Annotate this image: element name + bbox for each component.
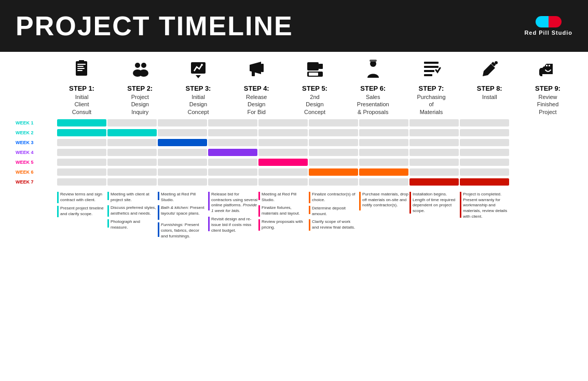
- svg-rect-2: [77, 66, 84, 67]
- note-7-1-text: Purchase materials, drop off materials o…: [362, 192, 408, 208]
- svg-rect-25: [424, 70, 434, 72]
- week-5-row: WEEK 5: [57, 158, 572, 166]
- note-col-8: Installation begins. Length of time requ…: [409, 192, 459, 242]
- note-col-1: Review terms and sign contract with clie…: [57, 192, 106, 242]
- week-5-label: WEEK 5: [16, 160, 54, 165]
- note-5-3: Review proposals with pricing.: [258, 219, 308, 231]
- step-3: STEP 3: InitialDesignConcept: [174, 60, 223, 116]
- note-3-1-bar: [158, 192, 159, 200]
- week-4-bar-1: [57, 149, 106, 156]
- step-4-icon: [247, 60, 266, 82]
- step-9-number: STEP 9:: [535, 84, 560, 92]
- note-col-9: Project is completed. Present warranty f…: [460, 192, 509, 242]
- step-1-icon: [72, 60, 92, 82]
- step-4-number: STEP 4:: [244, 84, 269, 92]
- note-9-1-bar: [460, 192, 461, 218]
- svg-rect-26: [424, 74, 432, 76]
- step-8: STEP 8: Install: [465, 60, 514, 101]
- svg-rect-18: [319, 64, 323, 69]
- note-col-2: Meeting with client at project site. Dis…: [107, 192, 157, 242]
- week-6-bar-5: [258, 168, 308, 176]
- note-2-1: Meeting with client at project site.: [107, 192, 157, 203]
- step-2-number: STEP 2:: [127, 84, 153, 92]
- note-2-3: Photograph and measure.: [107, 219, 157, 231]
- note-7-1-bar: [359, 192, 361, 210]
- week-7-bars: [57, 178, 572, 186]
- step-5: STEP 5: 2ndDesignConcept: [290, 60, 339, 116]
- svg-rect-19: [309, 73, 318, 76]
- step-4: STEP 4: ReleaseDesignFor Bid: [232, 60, 281, 116]
- week-7-bar-1: [57, 178, 106, 186]
- note-5-3-bar: [258, 219, 260, 231]
- week-1-bar-6: [309, 119, 358, 126]
- svg-rect-31: [549, 65, 550, 66]
- step-1-label: InitialClientConsult: [72, 93, 91, 116]
- note-2-1-bar: [107, 192, 109, 200]
- step-9: STEP 9: ReviewFinishedProject: [523, 60, 572, 116]
- step-4-label: ReleaseDesignFor Bid: [246, 93, 267, 116]
- step-5-icon: [305, 60, 325, 82]
- week-2-bars: [57, 129, 572, 136]
- step-9-label: ReviewFinishedProject: [537, 93, 559, 116]
- step-8-number: STEP 8:: [477, 84, 502, 92]
- note-1-1-text: Review terms and sign contract with clie…: [60, 192, 106, 203]
- note-2-2-bar: [107, 205, 109, 217]
- week-3-bar-3: [158, 139, 207, 146]
- week-4-bar-9: [460, 149, 509, 156]
- note-col-4: Release bid for contractors using severa…: [208, 192, 257, 242]
- week-3-row: WEEK 3: [57, 138, 572, 147]
- week-6-bar-9: [460, 168, 509, 176]
- week-2-bar-8: [409, 129, 459, 136]
- week-7-bar-4: [208, 178, 257, 186]
- logo-text: Red Pill Studio: [524, 30, 572, 36]
- note-3-2: Bath & kitchen: Present layouts/ space p…: [158, 205, 207, 220]
- note-3-1-text: Meeting at Red Pill Studio.: [161, 192, 207, 203]
- page-title: PROJECT TIMELINE: [16, 10, 293, 41]
- note-8-1-bar: [409, 192, 411, 214]
- week-5-bar-7: [359, 159, 408, 166]
- step-3-number: STEP 3:: [186, 84, 211, 92]
- note-5-2: Finalize fixtures, materials and layout.: [258, 205, 308, 217]
- svg-marker-13: [250, 62, 261, 74]
- week-1-bar-1: [57, 119, 106, 126]
- note-5-1-bar: [258, 192, 260, 200]
- note-col-6: Finalize contractor(s) of choice. Determ…: [309, 192, 358, 242]
- week-6-bars: [57, 168, 572, 176]
- week-7-bar-6: [309, 178, 358, 186]
- note-6-2-bar: [309, 206, 310, 214]
- week-5-bar-9: [460, 159, 509, 166]
- note-3-3-text: Furnishings: Present colors, fabrics, de…: [161, 222, 207, 239]
- week-3-bar-8: [409, 139, 459, 146]
- note-6-2-text: Determine deposit amount.: [312, 206, 358, 217]
- week-6-bar-1: [57, 168, 106, 176]
- step-2-label: ProjectDesignInquiry: [131, 93, 149, 116]
- logo-pill-right: [549, 16, 562, 27]
- note-6-1-text: Finalize contractor(s) of choice.: [312, 192, 358, 203]
- week-4-bar-3: [158, 149, 207, 156]
- week-1-bar-3: [158, 119, 207, 126]
- main-content: STEP 1: InitialClientConsult STEP 2: Pro…: [0, 52, 588, 381]
- week-2-bar-3: [158, 129, 207, 136]
- week-2-bar-1: [57, 129, 106, 136]
- note-2-2: Discuss preferred styles, aesthetics and…: [107, 205, 157, 217]
- logo-pill-left: [536, 16, 549, 27]
- note-6-3-bar: [309, 219, 310, 231]
- step-6-label: SalesPresentation& Proposals: [357, 93, 389, 116]
- note-3-2-bar: [158, 205, 159, 220]
- note-3-1: Meeting at Red Pill Studio.: [158, 192, 207, 203]
- logo: Red Pill Studio: [524, 16, 572, 36]
- week-2-row: WEEK 2: [57, 129, 572, 137]
- week-4-bar-8: [409, 149, 459, 156]
- week-1-bar-7: [359, 119, 408, 126]
- week-5-bar-2: [107, 159, 157, 166]
- week-5-bar-6: [309, 159, 358, 166]
- week-4-bar-6: [309, 149, 358, 156]
- svg-rect-24: [424, 66, 439, 68]
- svg-rect-16: [307, 62, 319, 70]
- week-1-bars: [57, 119, 572, 126]
- note-col-7: Purchase materials, drop off materials o…: [359, 192, 408, 242]
- week-4-bar-5: [258, 149, 308, 156]
- svg-rect-4: [77, 70, 83, 71]
- svg-rect-22: [370, 60, 377, 62]
- note-3-3-bar: [158, 222, 159, 237]
